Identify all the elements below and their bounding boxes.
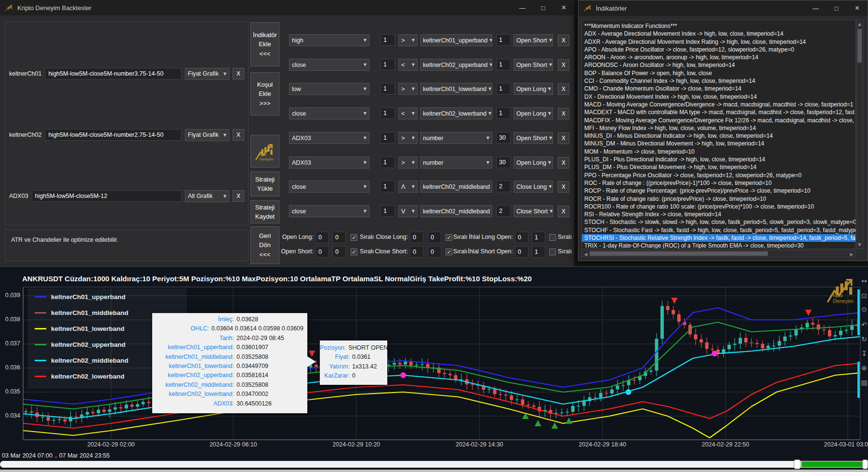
condition-shift1-input[interactable]: 1 — [381, 157, 395, 168]
condition-left-dropdown[interactable]: ADX03▼ — [289, 132, 369, 144]
condition-right-dropdown[interactable]: keltnerCh01_upperband▼ — [420, 34, 492, 46]
stat-value-input[interactable]: 0 — [515, 246, 528, 258]
condition-shift1-input[interactable]: 1 — [381, 59, 395, 70]
condition-operator-dropdown[interactable]: >▼ — [398, 157, 418, 169]
sequential-checkbox[interactable]: ✓ — [351, 249, 357, 255]
indicator-list-item[interactable]: ROC - Rate of change : ((price/prevPrice… — [582, 179, 855, 187]
condition-right-dropdown[interactable]: keltnerCh02_middleband▼ — [420, 181, 492, 193]
condition-value-input[interactable]: 2 — [496, 205, 511, 217]
condition-value-input[interactable]: 30 — [496, 132, 511, 144]
zoom-box-icon[interactable]: ⊡ — [860, 292, 868, 300]
sequential-checkbox[interactable]: ✓ — [446, 249, 452, 255]
condition-action-dropdown[interactable]: Open Short▼ — [513, 34, 553, 46]
indicator-list-item[interactable]: RSI - Relative Strength Index -> close, … — [582, 210, 855, 218]
indicator-list-item[interactable]: AROON - Aroon -> aroondown, aroonup -> h… — [582, 53, 855, 61]
scroll-up-icon[interactable]: ▲ — [856, 22, 863, 26]
remove-condition-button[interactable]: X — [558, 157, 569, 169]
indicator-list-item[interactable]: TRIX - 1-day Rate-Of-Change (ROC) of a T… — [582, 242, 855, 249]
condition-operator-dropdown[interactable]: Λ▼ — [398, 181, 418, 193]
sequential-checkbox[interactable]: ✓ — [351, 234, 357, 241]
remove-condition-button[interactable]: X — [558, 181, 569, 193]
indicator-list-item[interactable]: ROCR100 - Rate of change ratio 100 scale… — [582, 203, 855, 210]
condition-action-dropdown[interactable]: Close Long▼ — [513, 181, 553, 193]
stat-value-input[interactable]: 0 — [428, 232, 441, 243]
list-icon[interactable]: ▤ — [860, 379, 868, 386]
minimize-button[interactable]: — — [805, 1, 826, 15]
stat-value-input[interactable]: 1 — [532, 246, 545, 258]
condition-right-dropdown[interactable]: keltnerCh02_upperband▼ — [420, 59, 492, 71]
stat-value-input[interactable]: 0 — [316, 246, 329, 258]
indicator-list-item[interactable]: STOCHF - Stochastic Fast -> fastk, fastd… — [582, 226, 855, 234]
close-button[interactable]: × — [847, 1, 868, 15]
condition-action-dropdown[interactable]: Open Short▼ — [513, 59, 553, 71]
condition-operator-dropdown[interactable]: >▼ — [398, 83, 418, 95]
condition-right-dropdown[interactable]: keltnerCh02_middleband▼ — [420, 205, 492, 217]
scroll-left-icon[interactable]: ◀ — [583, 252, 589, 257]
indicator-list-item[interactable]: MACDEXT - MACD with controllable MA type… — [582, 108, 855, 116]
indicator-list-item[interactable]: ***Momentum Indicator Functions*** — [582, 22, 855, 30]
condition-left-dropdown[interactable]: low▼ — [289, 83, 369, 95]
condition-shift1-input[interactable]: 1 — [381, 205, 395, 217]
condition-right-dropdown[interactable]: keltnerCh02_lowerband▼ — [420, 107, 492, 119]
scroll-right-icon[interactable]: ▶ — [849, 252, 855, 257]
indicator-list-item[interactable]: MACDFIX - Moving Average Convergence/Div… — [582, 117, 855, 124]
download-icon[interactable]: ↧ — [860, 350, 868, 357]
condition-shift1-input[interactable]: 1 — [381, 132, 395, 144]
indicator-list-item[interactable]: APO - Absolute Price Oscillator -> close… — [582, 46, 855, 53]
indicator-list-item[interactable]: MFI - Money Flow Index -> high, low, clo… — [582, 124, 855, 132]
condition-left-dropdown[interactable]: ADX03▼ — [289, 157, 369, 169]
tag-icon[interactable]: ⊙ — [860, 305, 868, 313]
maximize-button[interactable]: □ — [533, 0, 553, 15]
condition-shift1-input[interactable]: 1 — [381, 83, 395, 94]
selected-range[interactable] — [802, 461, 863, 467]
stat-value-input[interactable]: 0 — [332, 232, 346, 243]
condition-right-dropdown[interactable]: number▼ — [420, 157, 492, 169]
condition-operator-dropdown[interactable]: <▼ — [398, 59, 418, 71]
condition-shift1-input[interactable]: 1 — [381, 181, 395, 192]
condition-shift1-input[interactable]: 1 — [381, 107, 395, 119]
go-back-button[interactable]: GeriDön<<< — [250, 226, 279, 264]
scrollbar-thumb[interactable] — [857, 29, 862, 63]
indicator-list-item[interactable]: BOP - Balance Of Power -> open, high, lo… — [582, 69, 855, 77]
condition-action-dropdown[interactable]: Open Long▼ — [513, 157, 553, 169]
condition-left-dropdown[interactable]: close▼ — [289, 181, 369, 193]
condition-left-dropdown[interactable]: close▼ — [289, 107, 369, 119]
indicator-list-item[interactable]: ROCR - Rate of change ratio: (price/prev… — [582, 195, 855, 203]
scrollbar-thumb[interactable] — [590, 251, 768, 256]
indicator-list-item[interactable]: STOCHRSI - Stochastic Relative Strength … — [582, 234, 855, 242]
condition-value-input[interactable]: 1 — [496, 59, 511, 70]
indicator-list-item[interactable]: MINUS_DM - Minus Directional Movement ->… — [582, 140, 855, 147]
remove-condition-button[interactable]: X — [558, 35, 569, 46]
indicator-list-item[interactable]: ADXR - Average Directional Movement Inde… — [582, 38, 855, 46]
condition-value-input[interactable]: 1 — [496, 83, 511, 94]
stat-value-input[interactable]: 0 — [410, 232, 423, 243]
remove-condition-button[interactable]: X — [558, 108, 569, 119]
indicator-list-item[interactable]: CMO - Chande Momentum Oscillator -> clos… — [582, 85, 855, 92]
refresh-icon[interactable]: ↻ — [860, 335, 868, 343]
indicator-list-item[interactable]: STOCH - Stochastic -> slowk, slowd -> hi… — [582, 218, 855, 226]
condition-value-input[interactable]: 30 — [496, 157, 511, 168]
close-button[interactable]: × — [553, 0, 574, 15]
indicator-list-item[interactable]: ROCP - Rate of change Percentage: (price… — [582, 187, 855, 195]
indicator-list-item[interactable]: CCI - Commodity Channel Index -> high, l… — [582, 77, 855, 85]
condition-left-dropdown[interactable]: high▼ — [289, 34, 369, 46]
arrows-horizontal-icon[interactable]: ↔ — [860, 277, 868, 285]
indicator-list-item[interactable]: MINUS_DI - Minus Directional Indicator -… — [582, 132, 855, 140]
condition-operator-dropdown[interactable]: V▼ — [398, 205, 418, 217]
range-handle-left[interactable] — [794, 459, 801, 469]
condition-value-input[interactable]: 1 — [496, 107, 511, 119]
condition-action-dropdown[interactable]: Open Short▼ — [513, 132, 553, 144]
sequential-checkbox[interactable] — [549, 234, 556, 241]
condition-right-dropdown[interactable]: keltnerCh01_lowerband▼ — [420, 83, 492, 95]
condition-left-dropdown[interactable]: close▼ — [289, 205, 369, 217]
range-handle-right[interactable] — [862, 459, 868, 469]
remove-condition-button[interactable]: X — [558, 206, 569, 217]
condition-value-input[interactable]: 2 — [496, 181, 511, 192]
remove-condition-button[interactable]: X — [558, 83, 569, 95]
stat-value-input[interactable]: 0 — [332, 246, 346, 258]
indicator-list-item[interactable]: PLUS_DM - Plus Directional Movement -> h… — [582, 163, 855, 171]
indicator-list-item[interactable]: PLUS_DI - Plus Directional Indicator -> … — [582, 156, 855, 163]
indicator-list-item[interactable]: PPO - Percentage Price Oscillator -> clo… — [582, 171, 855, 179]
horizontal-scrollbar[interactable]: ◀ ▶ — [581, 250, 856, 257]
undo-icon[interactable]: ↶ — [860, 321, 868, 328]
